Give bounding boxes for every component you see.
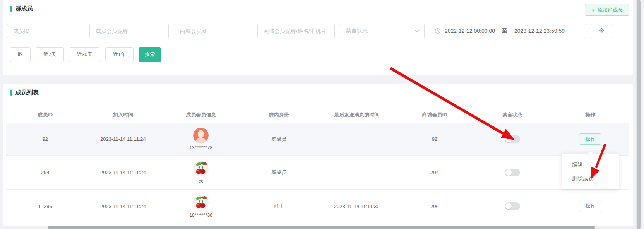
toggle-knob [505, 203, 512, 209]
range-30days-button[interactable]: 近30天 [69, 47, 100, 62]
table-row: 1_296 2023-11-14 11:11:24 18* [6, 190, 629, 223]
list-title: 成员列表 [10, 89, 39, 96]
today-button[interactable]: 今 [591, 24, 612, 38]
mute-toggle[interactable] [505, 202, 520, 210]
mute-toggle[interactable] [505, 169, 520, 176]
member-info: 18*******38 [189, 195, 212, 218]
col-join-time: 加入时间 [84, 107, 162, 123]
col-mall-member-id: 商城会员ID [396, 107, 473, 123]
cell-mall-member-id: 92 [396, 123, 473, 155]
member-info: cc [193, 161, 209, 184]
cell-join-time: 2023-11-14 11:11:24 [84, 156, 162, 189]
cell-member-id: 1_296 [6, 190, 84, 223]
add-group-member-label: 添加群成员 [598, 7, 623, 14]
col-role: 群内身份 [240, 107, 318, 123]
cell-last-message-time: 2023-11-14 11:11:30 [318, 190, 396, 223]
row-action-button[interactable]: 操作 [579, 133, 601, 145]
dropdown-item-delete-member[interactable]: 删除成员 [562, 171, 619, 185]
add-group-member-button[interactable]: + 添加群成员 [585, 4, 629, 16]
date-range-start: 2022-12-12 00:00:00 [445, 28, 495, 34]
search-button[interactable]: 搜索 [139, 47, 161, 62]
member-name: cc [199, 178, 203, 184]
col-action: 操作 [552, 107, 629, 123]
date-range-picker[interactable]: 2022-12-12 00:00:00 至 2023-12-12 23:59:5… [430, 24, 586, 38]
member-id-input[interactable] [7, 24, 84, 38]
col-member-id: 成员ID [6, 107, 84, 123]
row-action-button[interactable]: 操作 [579, 201, 601, 212]
group-members-panel: 群成员 + 添加群成员 禁言状态 2022-12-12 00:00:00 至 2… [3, 0, 633, 75]
cell-role: 群成员 [240, 156, 318, 189]
title-accent-bar [10, 6, 12, 12]
horizontal-scrollbar[interactable] [3, 226, 633, 229]
col-last-message-time: 最后发送消息的时间 [318, 107, 396, 123]
cell-mall-member-id: 296 [396, 190, 473, 223]
cherry-avatar [193, 195, 209, 210]
range-yesterday-button[interactable]: 昨 [10, 47, 31, 62]
member-list-panel: 成员列表 成员ID 加入时间 成员会员信息 群内身份 最后发送消息的时间 商城会… [3, 84, 633, 229]
page-title: 群成员 [15, 5, 33, 12]
cell-last-message-time [318, 123, 396, 155]
dropdown-item-edit[interactable]: 编辑 [562, 157, 619, 171]
cell-member-id: 294 [6, 156, 84, 189]
cherry-avatar [193, 161, 209, 176]
vertical-scrollbar[interactable] [636, 0, 641, 229]
member-name: 18*******38 [189, 212, 212, 218]
mall-member-info-input[interactable] [257, 24, 335, 38]
cell-last-message-time [318, 156, 396, 189]
range-7days-button[interactable]: 近7天 [36, 47, 64, 62]
table-header-row: 成员ID 加入时间 成员会员信息 群内身份 最后发送消息的时间 商城会员ID 禁… [6, 107, 629, 123]
toggle-knob [505, 136, 512, 142]
panel-title: 群成员 [10, 5, 33, 12]
member-nickname-input[interactable] [89, 24, 169, 38]
quick-range-row: 昨 近7天 近30天 近1年 搜索 [10, 47, 161, 62]
cell-role: 群成员 [240, 123, 318, 155]
member-table: 成员ID 加入时间 成员会员信息 群内身份 最后发送消息的时间 商城会员ID 禁… [6, 107, 629, 223]
cell-join-time: 2023-11-14 11:11:24 [84, 190, 162, 223]
cell-member-id: 92 [6, 123, 84, 155]
mute-toggle[interactable] [505, 135, 520, 143]
list-title-text: 成员列表 [15, 89, 39, 96]
horizontal-scrollbar-thumb[interactable] [48, 226, 595, 229]
col-mute-status: 禁言状态 [474, 107, 552, 123]
date-range-separator: 至 [502, 27, 507, 34]
mute-status-placeholder: 禁言状态 [346, 27, 415, 34]
default-person-avatar [193, 128, 209, 143]
table-row: 294 2023-11-14 11:11:24 cc [6, 156, 629, 190]
plus-icon: + [591, 7, 595, 13]
mall-member-id-input[interactable] [174, 24, 252, 38]
cell-role: 群主 [240, 190, 318, 223]
col-member-info: 成员会员信息 [162, 107, 240, 123]
mute-status-select[interactable]: 禁言状态 [340, 24, 425, 38]
member-name: 13*******78 [189, 145, 212, 150]
toggle-knob [505, 169, 512, 176]
date-range-end: 2023-12-12 23:59:59 [514, 28, 565, 34]
vertical-scrollbar-thumb[interactable] [637, 0, 641, 229]
table-row: 92 2023-11-14 11:11:24 13*******78 群成员 9… [6, 123, 629, 156]
filter-row: 禁言状态 2022-12-12 00:00:00 至 2023-12-12 23… [7, 24, 612, 38]
chevron-down-icon [415, 29, 420, 32]
cell-join-time: 2023-11-14 11:11:24 [84, 123, 162, 155]
member-info: 13*******78 [189, 128, 212, 150]
title-accent-bar [10, 90, 12, 96]
cell-mall-member-id: 294 [396, 156, 473, 189]
clock-icon [435, 28, 441, 34]
range-1year-button[interactable]: 近1年 [105, 47, 134, 62]
action-dropdown-menu: 编辑 删除成员 [562, 153, 619, 189]
